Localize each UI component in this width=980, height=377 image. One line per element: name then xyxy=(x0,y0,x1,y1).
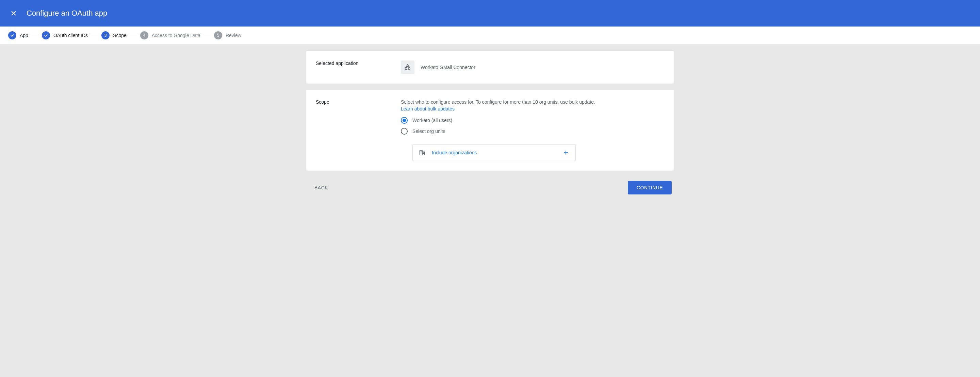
step-review: 5 Review xyxy=(214,31,241,40)
organization-icon xyxy=(419,149,426,156)
page-title: Configure an OAuth app xyxy=(27,9,107,18)
step-indicator-done xyxy=(42,31,50,40)
svg-rect-3 xyxy=(405,68,407,70)
step-label: Access to Google Data xyxy=(152,33,200,38)
selected-application-card: Selected application Workato GMail Conne… xyxy=(306,51,674,84)
selected-application-value: Workato GMail Connector xyxy=(401,60,664,74)
step-label: App xyxy=(20,33,28,38)
step-divider xyxy=(204,35,211,35)
scope-label: Scope xyxy=(316,99,401,161)
stepper: App OAuth client IDs 3 Scope 4 Access to… xyxy=(0,27,980,44)
continue-button[interactable]: Continue xyxy=(628,181,672,195)
step-label: OAuth client IDs xyxy=(53,33,88,38)
svg-marker-2 xyxy=(406,65,409,67)
step-divider xyxy=(91,35,98,35)
page-header: Configure an OAuth app xyxy=(0,0,980,27)
learn-bulk-updates-link[interactable]: Learn about bulk updates xyxy=(401,106,455,111)
radio-all-users[interactable]: Workato (all users) xyxy=(401,117,664,124)
step-indicator-current: 3 xyxy=(102,31,110,40)
app-icon-placeholder xyxy=(401,60,414,74)
org-selector: Include organizations xyxy=(412,144,664,161)
back-button[interactable]: Back xyxy=(308,182,334,194)
scope-radio-group: Workato (all users) Select org units xyxy=(401,117,664,135)
selected-application-label: Selected application xyxy=(316,60,401,74)
close-button[interactable] xyxy=(10,9,18,17)
action-bar: Back Continue xyxy=(306,181,674,195)
step-divider xyxy=(32,35,38,35)
close-icon xyxy=(10,10,17,17)
radio-label: Select org units xyxy=(412,128,445,134)
app-name-text: Workato GMail Connector xyxy=(421,65,476,70)
step-label: Scope xyxy=(113,33,127,38)
step-divider xyxy=(130,35,137,35)
step-oauth-client-ids[interactable]: OAuth client IDs xyxy=(42,31,88,40)
radio-button-icon xyxy=(401,128,408,135)
step-scope[interactable]: 3 Scope xyxy=(102,31,127,40)
plus-icon xyxy=(563,149,569,156)
scope-description: Select who to configure access for. To c… xyxy=(401,99,664,105)
scope-card: Scope Select who to configure access for… xyxy=(306,90,674,171)
step-label: Review xyxy=(226,33,241,38)
svg-point-4 xyxy=(408,68,410,70)
step-access-google-data: 4 Access to Google Data xyxy=(140,31,200,40)
step-indicator-pending: 4 xyxy=(140,31,148,40)
include-organizations-button[interactable]: Include organizations xyxy=(412,144,576,161)
check-icon xyxy=(43,33,48,38)
radio-label: Workato (all users) xyxy=(412,117,452,123)
step-indicator-pending: 5 xyxy=(214,31,222,40)
radio-select-org-units[interactable]: Select org units xyxy=(401,128,664,135)
step-indicator-done xyxy=(8,31,16,40)
radio-button-icon xyxy=(401,117,408,124)
shapes-icon xyxy=(404,63,411,71)
include-organizations-label: Include organizations xyxy=(432,150,563,155)
step-app[interactable]: App xyxy=(8,31,28,40)
content-area: Selected application Workato GMail Conne… xyxy=(299,51,681,195)
check-icon xyxy=(10,33,14,38)
